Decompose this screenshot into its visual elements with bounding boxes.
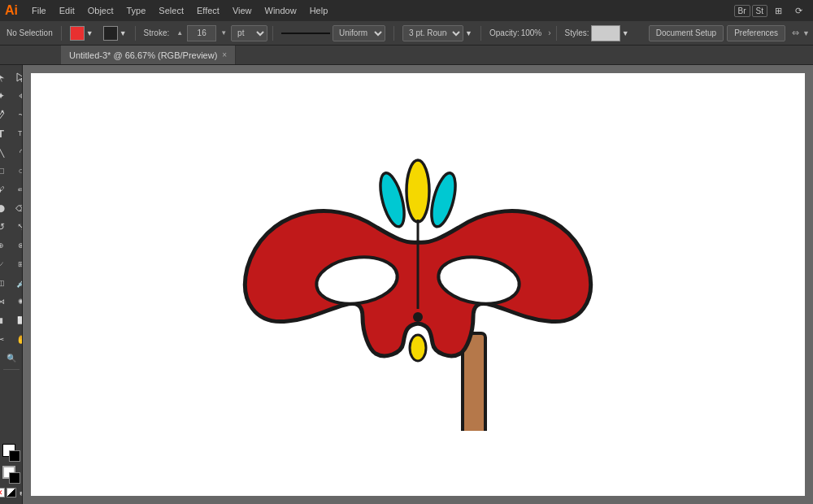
stroke-down-arrow[interactable]: ▼ xyxy=(220,29,228,37)
paintbrush-tool[interactable]: 🖌 xyxy=(0,180,11,198)
active-swatches xyxy=(2,466,20,484)
styles-label: Styles: xyxy=(565,28,589,37)
column-graph-tool[interactable]: ▮ xyxy=(0,311,11,329)
arc-tool[interactable]: ◜ xyxy=(11,143,23,161)
stroke-color-group[interactable]: ▼ xyxy=(100,26,130,41)
transform-arrow[interactable]: ▼ xyxy=(802,29,810,37)
document-setup-button[interactable]: Document Setup xyxy=(649,25,724,41)
stroke-dropdown-arrow[interactable]: ▼ xyxy=(120,29,127,37)
perspective-grid-tool[interactable]: ⟋ xyxy=(0,255,11,273)
svg-point-5 xyxy=(406,160,429,222)
black-white-swatch[interactable] xyxy=(7,488,16,497)
menu-edit[interactable]: Edit xyxy=(54,4,80,17)
blend-tools: ⋈ ✺ xyxy=(0,293,23,311)
opacity-chevron[interactable]: › xyxy=(548,28,550,37)
cap-style-group[interactable]: 3 pt. Round Butt Square ▼ xyxy=(399,25,476,41)
opacity-group: Opacity: 100% xyxy=(486,28,545,37)
styles-preview[interactable] xyxy=(591,25,620,41)
selection-label: No Selection xyxy=(3,28,56,37)
canvas-area[interactable] xyxy=(23,65,813,504)
touch-type-tool[interactable]: T/ xyxy=(11,124,23,142)
preferences-button[interactable]: Preferences xyxy=(727,25,785,41)
stock-icon[interactable]: St xyxy=(752,5,767,17)
eraser-tool[interactable]: ⌫ xyxy=(11,199,23,217)
blend-tool[interactable]: ⋈ xyxy=(0,293,11,311)
menu-help[interactable]: Help xyxy=(304,4,334,17)
fill-dropdown-arrow[interactable]: ▼ xyxy=(86,29,93,37)
grid-icon[interactable]: ⊞ xyxy=(769,4,788,18)
pencil-tool[interactable]: ✏ xyxy=(11,180,23,198)
symbol-tool[interactable]: ✺ xyxy=(11,293,23,311)
magic-wand-tool[interactable]: ✦ xyxy=(0,87,11,105)
direct-selection-tool[interactable] xyxy=(11,68,23,86)
cap-dropdown[interactable]: ▼ xyxy=(465,29,472,37)
menu-window[interactable]: Window xyxy=(259,4,302,17)
stroke-swatch[interactable] xyxy=(9,450,20,462)
ellipse-tool[interactable]: ○ xyxy=(11,162,23,180)
gradient-tools: ◫ 💉 xyxy=(0,274,23,292)
sep3 xyxy=(272,26,273,41)
stroke-value-input[interactable]: 16 xyxy=(187,25,216,41)
hand-tool[interactable]: ✋ xyxy=(11,330,23,348)
stroke-up-arrow[interactable]: ▲ xyxy=(176,29,184,37)
sep4 xyxy=(393,26,394,41)
styles-group: Styles: ▼ xyxy=(562,25,633,41)
stroke-line-group[interactable]: Uniform xyxy=(278,25,389,41)
gradient-tool[interactable]: ◫ xyxy=(0,274,11,292)
curvature-tool[interactable]: ~ xyxy=(11,106,23,124)
line-style-select[interactable]: Uniform xyxy=(333,25,385,41)
sync-icon[interactable]: ⟳ xyxy=(789,4,808,18)
pen-tool[interactable] xyxy=(0,106,11,124)
type-tool[interactable]: T xyxy=(0,124,11,142)
slice-tool[interactable]: ✂ xyxy=(0,330,11,348)
menu-select[interactable]: Select xyxy=(153,4,189,17)
active-stroke[interactable] xyxy=(9,472,20,484)
menu-file[interactable]: File xyxy=(26,4,52,17)
menu-effect[interactable]: Effect xyxy=(191,4,225,17)
sep6 xyxy=(556,26,557,41)
bridge-icon[interactable]: Br xyxy=(734,5,750,17)
line-tool[interactable]: ╲ xyxy=(0,143,11,161)
sep1 xyxy=(61,26,62,41)
eyedropper-tool[interactable]: 💉 xyxy=(11,274,23,292)
fill-stroke-swatches[interactable] xyxy=(2,444,20,462)
lasso-tool[interactable]: ⌖ xyxy=(11,87,23,105)
cap-style-select[interactable]: 3 pt. Round Butt Square xyxy=(402,25,463,41)
menu-view[interactable]: View xyxy=(227,4,258,17)
tab-bar: Untitled-3* @ 66.67% (RGB/Preview) × xyxy=(0,46,813,65)
rectangle-tool[interactable]: □ xyxy=(0,162,11,180)
builder-tools: ⊕ ⊗ xyxy=(0,237,23,254)
fill-color-group[interactable]: ▼ xyxy=(67,26,97,41)
rotate-tool[interactable]: ↺ xyxy=(0,218,11,236)
tab-title: Untitled-3* @ 66.67% (RGB/Preview) xyxy=(69,50,217,60)
selection-tool[interactable] xyxy=(0,68,11,86)
transform-icon[interactable]: ⇔ xyxy=(792,28,799,38)
scale-tool[interactable]: ⤡ xyxy=(11,218,23,236)
styles-dropdown[interactable]: ▼ xyxy=(622,29,629,37)
none-swatch[interactable]: ✕ xyxy=(0,488,5,497)
brush-tools: 🖌 ✏ xyxy=(0,180,23,198)
eraser-tools: ⬤ ⌫ xyxy=(0,199,23,217)
pen-tools: ~ xyxy=(0,106,23,124)
document-tab[interactable]: Untitled-3* @ 66.67% (RGB/Preview) × xyxy=(61,46,236,64)
svg-point-6 xyxy=(376,171,409,229)
blob-brush-tool[interactable]: ⬤ xyxy=(0,199,11,217)
zoom-tool[interactable]: 🔍 xyxy=(0,349,22,367)
menu-object[interactable]: Object xyxy=(82,4,120,17)
menu-bar: Ai File Edit Object Type Select Effect V… xyxy=(0,0,813,21)
canvas xyxy=(31,73,805,496)
mask-illustration xyxy=(231,138,605,431)
swatch-reset-row: ✕ ⇄ xyxy=(0,488,23,497)
stroke-color-box[interactable] xyxy=(103,26,118,41)
menu-type[interactable]: Type xyxy=(121,4,152,17)
artboard-tool[interactable]: ⬜ xyxy=(11,311,23,329)
shape-builder-tool[interactable]: ⊕ xyxy=(0,237,11,254)
main-area: ✦ ⌖ ~ T T/ ╲ ◜ □ ○ 🖌 ✏ ⬤ ⌫ ↺ xyxy=(0,65,813,504)
svg-point-9 xyxy=(410,335,426,361)
tab-close-button[interactable]: × xyxy=(222,50,227,59)
mesh-tool[interactable]: ⊞ xyxy=(11,255,23,273)
stroke-unit-select[interactable]: pt px mm xyxy=(231,25,267,41)
fill-color-box[interactable] xyxy=(70,26,85,41)
live-paint-tool[interactable]: ⊗ xyxy=(11,237,23,254)
tool-separator xyxy=(3,369,20,370)
